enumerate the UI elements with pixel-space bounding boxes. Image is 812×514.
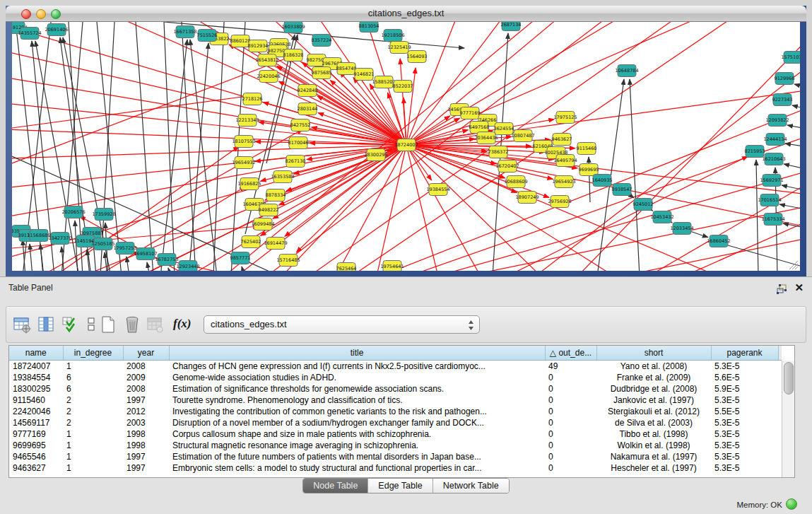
network-node[interactable]: 19166825 bbox=[237, 178, 261, 190]
network-window-titlebar[interactable]: citations_edges.txt bbox=[6, 6, 806, 22]
column-header-short[interactable]: short bbox=[596, 346, 711, 361]
network-node[interactable]: 9115460 bbox=[577, 143, 597, 155]
function-builder-icon[interactable]: f(x) bbox=[173, 317, 191, 331]
network-node[interactable]: 2718126 bbox=[242, 93, 263, 105]
table-cell[interactable]: 1 bbox=[63, 462, 123, 474]
table-cell[interactable]: 0 bbox=[545, 372, 596, 383]
table-columns-icon[interactable] bbox=[36, 315, 56, 334]
table-row[interactable]: 1872400712008Changes of HCN gene express… bbox=[9, 361, 782, 373]
table-select-dropdown[interactable]: citations_edges.txt bbox=[204, 315, 480, 334]
table-cell[interactable]: 5.3E-5 bbox=[711, 417, 778, 428]
network-node[interactable]: 16914479 bbox=[264, 238, 287, 250]
table-cell[interactable]: Jankovic et al. (1997) bbox=[596, 395, 711, 406]
column-header-in-degree[interactable]: in_degree bbox=[63, 346, 123, 361]
table-cell[interactable]: 1997 bbox=[123, 462, 169, 474]
table-settings-icon[interactable] bbox=[12, 315, 32, 334]
table-cell[interactable]: 0 bbox=[545, 383, 596, 395]
network-node[interactable]: 11568689 bbox=[27, 230, 50, 242]
float-window-icon[interactable] bbox=[775, 284, 788, 295]
network-node[interactable]: 2687134 bbox=[501, 22, 522, 31]
network-node[interactable]: 12325419 bbox=[387, 42, 411, 54]
network-node[interactable]: 10453432 bbox=[650, 211, 673, 223]
network-node[interactable]: 8267130 bbox=[286, 156, 306, 168]
table-cell[interactable]: 5.6E-5 bbox=[711, 372, 778, 383]
network-node[interactable]: 16210643 bbox=[762, 153, 785, 165]
table-cell[interactable]: 5.3E-5 bbox=[711, 462, 778, 474]
table-cell[interactable]: Franke et al. (2009) bbox=[596, 372, 711, 383]
network-node[interactable]: 9777169 bbox=[460, 107, 481, 119]
table-cell[interactable]: Estimation of the future numbers of pati… bbox=[169, 451, 545, 462]
import-table-icon[interactable] bbox=[145, 315, 165, 334]
network-node[interactable]: 29756928 bbox=[548, 196, 571, 208]
network-node[interactable]: 20206576 bbox=[61, 206, 85, 218]
table-row[interactable]: 977716911998Corpus callosum shape and si… bbox=[9, 428, 782, 440]
table-cell[interactable]: Dudbridge et al. (2008) bbox=[596, 383, 711, 395]
network-node[interactable]: 19218506 bbox=[381, 30, 404, 42]
column-header-year[interactable]: year bbox=[123, 346, 169, 361]
network-node[interactable]: 16782753 bbox=[155, 254, 178, 266]
network-node[interactable]: 13427370 bbox=[48, 233, 71, 245]
table-cell[interactable]: Investigating the contribution of common… bbox=[169, 406, 545, 417]
network-node[interactable]: 15751074 bbox=[781, 52, 800, 64]
network-node[interactable]: 17975125 bbox=[553, 112, 577, 124]
table-cell[interactable]: 5.3E-5 bbox=[711, 395, 778, 406]
table-cell[interactable]: 2009 bbox=[123, 372, 169, 383]
network-node[interactable]: 16543812 bbox=[255, 54, 278, 66]
network-node[interactable]: 7386372 bbox=[488, 146, 509, 158]
table-row[interactable]: 911546021997Tourette syndrome. Phenomeno… bbox=[9, 395, 782, 406]
table-cell[interactable]: 2008 bbox=[123, 383, 169, 395]
network-node[interactable]: 20364436 bbox=[474, 132, 498, 144]
table-cell[interactable]: 1997 bbox=[123, 395, 169, 406]
table-cell[interactable]: 5.9E-5 bbox=[711, 383, 778, 395]
table-cell[interactable]: 0 bbox=[545, 417, 596, 428]
table-cell[interactable]: 0 bbox=[545, 451, 596, 462]
network-node[interactable]: 2803144 bbox=[298, 103, 318, 115]
column-header-name[interactable]: name bbox=[9, 346, 63, 361]
table-cell[interactable]: Wolkin et al. (1998) bbox=[596, 440, 711, 451]
network-node[interactable]: 17359928 bbox=[92, 209, 115, 221]
scrollbar-thumb[interactable] bbox=[784, 362, 794, 395]
table-cell[interactable]: 0 bbox=[545, 395, 596, 406]
table-cell[interactable]: 5.5E-5 bbox=[711, 406, 778, 417]
network-node[interactable]: 18907249 bbox=[515, 192, 539, 204]
network-node[interactable]: 8878334 bbox=[266, 189, 286, 201]
network-node[interactable]: 19654923 bbox=[552, 176, 575, 188]
network-node[interactable]: 19654932 bbox=[232, 157, 255, 169]
table-cell[interactable]: 1 bbox=[63, 428, 123, 440]
network-node[interactable]: 16671358 bbox=[173, 26, 196, 38]
network-node[interactable]: 12213343 bbox=[235, 115, 259, 127]
table-row[interactable]: 969969511998Structural magnetic resonanc… bbox=[9, 440, 782, 451]
network-node[interactable]: 8813054 bbox=[359, 22, 379, 33]
network-node[interactable]: 16353584 bbox=[271, 171, 294, 183]
network-node[interactable]: 18300295 bbox=[364, 149, 387, 161]
network-node[interactable]: 9875685 bbox=[312, 67, 332, 79]
table-cell[interactable]: 2 bbox=[63, 395, 123, 406]
close-traffic-light[interactable] bbox=[21, 9, 31, 19]
table-cell[interactable]: 1 bbox=[63, 361, 123, 373]
network-node[interactable]: 8938547 bbox=[612, 184, 632, 196]
table-cell[interactable]: 0 bbox=[545, 462, 596, 474]
network-node[interactable]: 10688609 bbox=[504, 176, 527, 188]
network-node[interactable]: 19754641 bbox=[380, 261, 404, 271]
network-node[interactable]: 8427552 bbox=[290, 119, 311, 132]
network-node[interactable]: 12505185 bbox=[91, 238, 114, 250]
network-node[interactable]: 20691406 bbox=[45, 24, 68, 36]
network-view[interactable]: 1872400774638228860128891293422260538982… bbox=[12, 22, 800, 271]
delete-table-icon[interactable] bbox=[122, 315, 142, 334]
network-node[interactable]: 11675334 bbox=[761, 214, 784, 226]
table-cell[interactable]: 1998 bbox=[123, 440, 169, 451]
table-cell[interactable]: 2012 bbox=[123, 406, 169, 417]
network-node[interactable]: 19384554 bbox=[426, 184, 449, 196]
network-node[interactable]: 18724007 bbox=[394, 139, 418, 151]
network-node[interactable]: 16099484 bbox=[251, 218, 274, 230]
table-cell[interactable]: 9777169 bbox=[9, 428, 63, 440]
table-cell[interactable]: 18724007 bbox=[9, 361, 63, 373]
network-node[interactable]: 8357224 bbox=[312, 35, 332, 47]
network-node[interactable]: 16860452 bbox=[707, 235, 730, 247]
column-header-out-de-[interactable]: △ out_de... bbox=[545, 346, 596, 361]
network-node[interactable]: 6497568 bbox=[469, 122, 490, 134]
tab-node-table[interactable]: Node Table bbox=[303, 479, 367, 493]
network-node[interactable]: 10648784 bbox=[615, 65, 638, 77]
table-cell[interactable]: 9463627 bbox=[9, 462, 63, 474]
table-cell[interactable]: 49 bbox=[545, 361, 596, 373]
